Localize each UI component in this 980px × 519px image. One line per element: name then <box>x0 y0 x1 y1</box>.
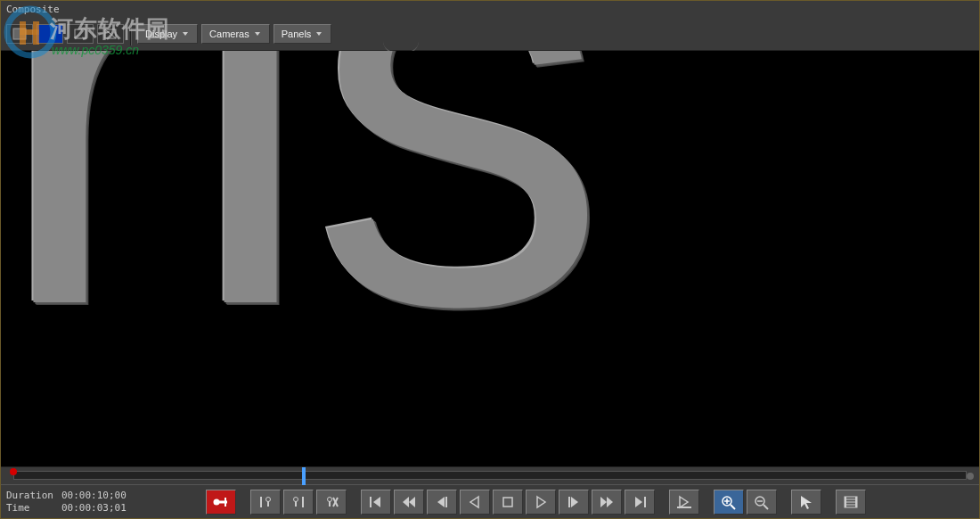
duration-label: Duration <box>6 490 61 502</box>
frame-forward-button[interactable] <box>559 490 589 515</box>
viewport-toolbar: Display Cameras Panels <box>1 17 979 51</box>
panel-title: Composite <box>6 4 60 15</box>
svg-rect-12 <box>302 497 304 507</box>
delete-key-button[interactable] <box>316 490 347 515</box>
zoom-out-button[interactable] <box>747 490 777 515</box>
svg-rect-24 <box>503 498 512 507</box>
panels-menu-label: Panels <box>282 29 312 39</box>
svg-rect-1 <box>75 29 86 38</box>
svg-rect-17 <box>370 497 372 507</box>
time-value: 00:00:03;01 <box>61 502 127 515</box>
svg-point-8 <box>266 497 271 501</box>
svg-marker-29 <box>607 497 613 507</box>
svg-point-13 <box>328 497 332 501</box>
zoom-in-button[interactable] <box>714 490 744 515</box>
svg-marker-20 <box>409 497 415 507</box>
svg-rect-11 <box>295 501 297 507</box>
step-back-button[interactable] <box>394 490 424 515</box>
svg-rect-31 <box>644 497 646 507</box>
selection-tool-button[interactable] <box>791 490 821 515</box>
svg-point-10 <box>294 497 298 501</box>
chevron-down-icon <box>316 32 322 36</box>
svg-marker-32 <box>680 497 688 507</box>
svg-line-35 <box>731 505 735 509</box>
svg-rect-46 <box>845 497 846 507</box>
svg-marker-19 <box>403 497 409 507</box>
step-forward-button[interactable] <box>592 490 622 515</box>
goto-end-button[interactable] <box>625 490 655 515</box>
svg-marker-28 <box>600 497 607 507</box>
timeline-end-marker[interactable] <box>967 473 974 480</box>
channel-box-rgb[interactable] <box>6 24 33 44</box>
loop-button[interactable] <box>669 490 699 515</box>
viewport[interactable]: rıs <box>1 51 979 466</box>
svg-rect-33 <box>677 507 691 508</box>
svg-rect-7 <box>260 497 262 507</box>
prev-key-button[interactable] <box>250 490 281 515</box>
render-settings-button[interactable] <box>836 490 866 515</box>
svg-marker-23 <box>470 497 478 507</box>
svg-marker-18 <box>373 497 380 507</box>
cameras-menu-label: Cameras <box>209 29 249 39</box>
timeline-track[interactable] <box>13 471 967 480</box>
playhead[interactable] <box>302 467 306 485</box>
panels-menu-button[interactable]: Panels <box>274 24 332 44</box>
display-menu-button[interactable]: Display <box>137 24 198 44</box>
svg-rect-22 <box>445 497 447 507</box>
display-menu-label: Display <box>145 29 177 39</box>
svg-rect-6 <box>225 498 226 507</box>
time-label: Time <box>6 502 61 515</box>
panel-header: Composite <box>1 1 979 17</box>
viewport-3d-text: rıs <box>1 51 585 394</box>
time-readout: Duration 00:00:10;00 Time 00:00:03;01 <box>1 490 206 515</box>
cameras-menu-button[interactable]: Cameras <box>201 24 270 44</box>
next-key-button[interactable] <box>283 490 314 515</box>
svg-rect-26 <box>568 497 570 507</box>
record-key-button[interactable] <box>206 490 236 515</box>
svg-marker-25 <box>537 497 545 507</box>
svg-marker-41 <box>801 496 812 509</box>
svg-marker-30 <box>635 497 642 507</box>
timeline[interactable] <box>1 466 979 484</box>
goto-start-button[interactable] <box>361 490 391 515</box>
chevron-down-icon <box>255 32 260 36</box>
svg-point-4 <box>214 498 220 505</box>
play-forward-button[interactable] <box>526 490 556 515</box>
svg-marker-27 <box>571 497 578 507</box>
transport-controls <box>206 490 866 515</box>
svg-line-39 <box>764 505 768 509</box>
viewport-wire-box[interactable] <box>97 24 124 44</box>
stop-button[interactable] <box>493 490 523 515</box>
svg-rect-47 <box>855 497 857 507</box>
keyframe-marker[interactable] <box>10 468 17 475</box>
chevron-down-icon <box>183 32 188 36</box>
viewport-mode-box[interactable] <box>67 24 94 44</box>
svg-rect-14 <box>329 501 331 507</box>
svg-marker-21 <box>437 497 445 507</box>
transport-bar: Duration 00:00:10;00 Time 00:00:03;01 <box>1 484 979 518</box>
duration-value: 00:00:10;00 <box>61 490 127 502</box>
svg-rect-9 <box>267 501 269 507</box>
channel-box-alpha[interactable] <box>37 24 63 44</box>
svg-rect-0 <box>13 29 26 39</box>
svg-line-3 <box>105 29 116 38</box>
frame-back-button[interactable] <box>427 490 457 515</box>
play-backward-button[interactable] <box>460 490 490 515</box>
